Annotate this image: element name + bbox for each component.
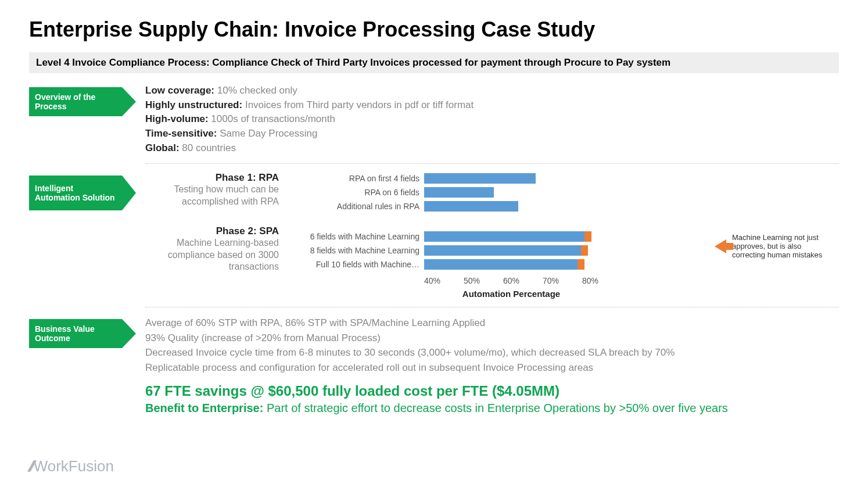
outcome-line: Average of 60% STP with RPA, 86% STP wit… [145, 316, 839, 331]
bar-segment-blue [424, 187, 494, 198]
bar-label: RPA on 6 fields [296, 188, 424, 197]
divider [145, 163, 839, 164]
kv-key: Low coverage: [145, 85, 214, 96]
kv-key: Highly unstructured: [145, 99, 242, 110]
bar-segment-blue [424, 201, 518, 212]
kv-val: 80 countries [182, 142, 236, 153]
kv-line: Highly unstructured: Invoices from Third… [145, 98, 839, 113]
phase1-desc: Testing how much can be accomplished wit… [145, 184, 279, 208]
axis-tick: 60% [503, 276, 519, 285]
bar-segment-blue [424, 173, 536, 184]
divider [145, 307, 839, 307]
bar-segment-orange [578, 259, 584, 270]
chart-annotation: Machine Learning not just approves, but … [715, 233, 831, 259]
phase2-block: Phase 2: SPA Machine Learning-based comp… [145, 225, 279, 273]
bar-track [424, 245, 598, 256]
kv-val: Same Day Processing [220, 128, 317, 139]
bar-label: Full 10 fields with Machine… [296, 260, 424, 269]
kv-line: Time-sensitive: Same Day Processing [145, 127, 839, 141]
kv-key: Time-sensitive: [145, 128, 217, 139]
bar-segment-blue [424, 259, 578, 270]
axis-tick: 40% [424, 276, 440, 285]
axis-tick: 70% [543, 276, 559, 285]
outcome-line: Decreased Invoice cycle time from 6-8 mi… [145, 345, 839, 360]
section-overview: Overview of the Process Low coverage: 10… [29, 84, 839, 155]
kv-line: Low coverage: 10% checked only [145, 84, 839, 98]
tag-solution: Intelligent Automation Solution [29, 176, 122, 210]
outcome-line: Replicatable process and configuration f… [145, 360, 839, 375]
benefit-line: Benefit to Enterprise: Part of strategic… [145, 402, 839, 415]
bar-label: 6 fields with Machine Learning [296, 232, 424, 241]
bar-row: RPA on first 4 fields [296, 172, 715, 185]
outcome-line: 93% Quality (increase of >20% from Manua… [145, 331, 839, 346]
phase1-title: Phase 1: RPA [145, 172, 279, 184]
bar-row: 6 fields with Machine Learning [296, 230, 715, 243]
axis-title: Automation Percentage [424, 289, 598, 299]
bar-segment-blue [424, 245, 581, 256]
bar-row: 8 fields with Machine Learning [296, 244, 715, 257]
savings-line: 67 FTE savings @ $60,500 fully loaded co… [145, 383, 839, 399]
bar-segment-orange [584, 231, 591, 242]
phase-labels: Phase 1: RPA Testing how much can be acc… [145, 172, 279, 291]
bar-track [424, 187, 598, 198]
subtitle-bar: Level 4 Invoice Compliance Process: Comp… [29, 52, 839, 73]
section-solution: Intelligent Automation Solution Phase 1:… [29, 172, 839, 299]
benefit-label: Benefit to Enterprise: [145, 402, 263, 414]
phase1-block: Phase 1: RPA Testing how much can be acc… [145, 172, 279, 208]
section-outcome: Business Value Outcome Average of 60% ST… [29, 316, 839, 415]
page-title: Enterprise Supply Chain: Invoice Process… [29, 17, 839, 42]
benefit-text: Part of strategic effort to decrease cos… [267, 402, 728, 414]
bar-row: RPA on 6 fields [296, 186, 715, 199]
bar-track [424, 173, 598, 184]
bar-track [424, 201, 598, 212]
kv-key: Global: [145, 142, 180, 153]
outcome-content: Average of 60% STP with RPA, 86% STP wit… [145, 316, 839, 415]
bar-segment-orange [581, 245, 588, 256]
kv-line: Global: 80 countries [145, 141, 839, 156]
bar-label: Additional rules in RPA [296, 202, 424, 211]
tag-overview: Overview of the Process [29, 87, 122, 116]
x-axis: 40%50%60%70%80% [424, 272, 598, 285]
bar-track [424, 259, 598, 270]
kv-key: High-volume: [145, 113, 209, 124]
logo: /// WorkFusion [29, 457, 114, 475]
bar-segment-blue [424, 231, 584, 242]
bar-track [424, 231, 598, 242]
tag-outcome: Business Value Outcome [29, 319, 122, 348]
kv-val: 1000s of transactions/month [211, 113, 335, 124]
axis-tick: 50% [464, 276, 480, 285]
arrow-left-icon [715, 239, 726, 253]
annotation-text: Machine Learning not just approves, but … [732, 233, 831, 259]
kv-val: 10% checked only [217, 85, 297, 96]
solution-content: Phase 1: RPA Testing how much can be acc… [145, 172, 839, 299]
overview-content: Low coverage: 10% checked only Highly un… [145, 84, 839, 155]
kv-line: High-volume: 1000s of transactions/month [145, 112, 839, 127]
phase2-desc: Machine Learning-based compliance based … [145, 237, 279, 273]
phase2-title: Phase 2: SPA [145, 225, 279, 237]
axis-tick: 80% [582, 276, 598, 285]
bar-row: Additional rules in RPA [296, 200, 715, 213]
bar-label: 8 fields with Machine Learning [296, 246, 424, 255]
logo-text: WorkFusion [34, 457, 114, 475]
bar-chart: RPA on first 4 fieldsRPA on 6 fieldsAddi… [296, 172, 715, 299]
kv-val: Invoices from Third party vendors in pdf… [245, 99, 474, 110]
bar-row: Full 10 fields with Machine… [296, 258, 715, 271]
bar-label: RPA on first 4 fields [296, 174, 424, 183]
